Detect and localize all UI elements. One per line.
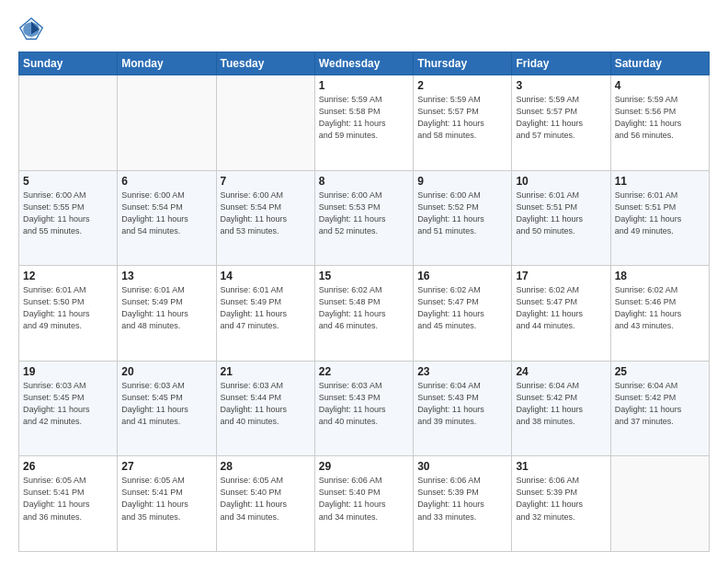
calendar-cell: 6Sunrise: 6:00 AM Sunset: 5:54 PM Daylig… — [118, 170, 216, 266]
day-number: 28 — [221, 460, 311, 473]
day-info: Sunrise: 5:59 AM Sunset: 5:57 PM Dayligh… — [417, 94, 507, 142]
calendar-cell — [19, 75, 118, 171]
day-number: 15 — [319, 270, 409, 282]
day-info: Sunrise: 6:05 AM Sunset: 5:41 PM Dayligh… — [121, 475, 211, 523]
day-number: 27 — [121, 460, 211, 473]
calendar-cell — [216, 75, 314, 171]
day-number: 19 — [23, 365, 113, 378]
day-number: 31 — [516, 460, 606, 473]
calendar-cell: 27Sunrise: 6:05 AM Sunset: 5:41 PM Dayli… — [118, 456, 216, 552]
day-number: 8 — [319, 175, 409, 188]
day-info: Sunrise: 6:03 AM Sunset: 5:45 PM Dayligh… — [23, 380, 113, 428]
calendar-cell — [610, 456, 709, 552]
day-number: 25 — [615, 365, 705, 378]
day-number: 22 — [319, 365, 409, 378]
day-number: 2 — [417, 79, 507, 92]
calendar-cell: 31Sunrise: 6:06 AM Sunset: 5:39 PM Dayli… — [512, 456, 610, 552]
calendar-cell: 18Sunrise: 6:02 AM Sunset: 5:46 PM Dayli… — [610, 266, 709, 362]
calendar-cell: 22Sunrise: 6:03 AM Sunset: 5:43 PM Dayli… — [314, 361, 413, 456]
calendar-cell: 14Sunrise: 6:01 AM Sunset: 5:49 PM Dayli… — [216, 266, 314, 362]
day-info: Sunrise: 6:04 AM Sunset: 5:43 PM Dayligh… — [417, 380, 507, 428]
day-info: Sunrise: 5:59 AM Sunset: 5:56 PM Dayligh… — [615, 94, 705, 142]
day-info: Sunrise: 6:03 AM Sunset: 5:45 PM Dayligh… — [121, 380, 211, 428]
calendar-cell: 25Sunrise: 6:04 AM Sunset: 5:42 PM Dayli… — [610, 361, 709, 456]
day-number: 29 — [319, 460, 409, 473]
calendar-cell: 19Sunrise: 6:03 AM Sunset: 5:45 PM Dayli… — [19, 361, 118, 456]
calendar-cell: 28Sunrise: 6:05 AM Sunset: 5:40 PM Dayli… — [216, 456, 314, 552]
calendar-cell: 3Sunrise: 5:59 AM Sunset: 5:57 PM Daylig… — [512, 75, 610, 171]
day-info: Sunrise: 5:59 AM Sunset: 5:58 PM Dayligh… — [319, 94, 409, 142]
weekday-header-sunday: Sunday — [19, 52, 118, 75]
weekday-header-wednesday: Wednesday — [314, 52, 413, 75]
day-number: 3 — [516, 79, 606, 92]
page: SundayMondayTuesdayWednesdayThursdayFrid… — [0, 0, 728, 563]
logo-icon — [18, 17, 44, 42]
day-info: Sunrise: 6:03 AM Sunset: 5:44 PM Dayligh… — [221, 380, 311, 428]
day-number: 20 — [121, 365, 211, 378]
day-info: Sunrise: 6:00 AM Sunset: 5:54 PM Dayligh… — [121, 190, 211, 237]
calendar-cell: 26Sunrise: 6:05 AM Sunset: 5:41 PM Dayli… — [19, 456, 118, 552]
logo — [18, 17, 50, 42]
calendar-cell: 9Sunrise: 6:00 AM Sunset: 5:52 PM Daylig… — [414, 170, 512, 266]
day-info: Sunrise: 6:01 AM Sunset: 5:50 PM Dayligh… — [23, 284, 113, 332]
calendar-cell: 8Sunrise: 6:00 AM Sunset: 5:53 PM Daylig… — [314, 170, 413, 266]
day-info: Sunrise: 6:02 AM Sunset: 5:47 PM Dayligh… — [417, 284, 507, 332]
week-row-2: 12Sunrise: 6:01 AM Sunset: 5:50 PM Dayli… — [19, 266, 710, 362]
calendar-cell: 15Sunrise: 6:02 AM Sunset: 5:48 PM Dayli… — [314, 266, 413, 362]
day-number: 26 — [23, 460, 113, 473]
weekday-header-monday: Monday — [118, 52, 216, 75]
day-info: Sunrise: 6:05 AM Sunset: 5:41 PM Dayligh… — [23, 475, 113, 523]
day-number: 5 — [23, 175, 113, 188]
day-info: Sunrise: 6:02 AM Sunset: 5:46 PM Dayligh… — [615, 284, 705, 332]
day-number: 13 — [121, 270, 211, 282]
day-info: Sunrise: 6:00 AM Sunset: 5:55 PM Dayligh… — [23, 190, 113, 237]
calendar-cell: 11Sunrise: 6:01 AM Sunset: 5:51 PM Dayli… — [610, 170, 709, 266]
day-number: 1 — [319, 79, 409, 92]
day-info: Sunrise: 6:01 AM Sunset: 5:51 PM Dayligh… — [516, 190, 606, 237]
day-info: Sunrise: 6:01 AM Sunset: 5:49 PM Dayligh… — [121, 284, 211, 332]
header — [18, 17, 710, 42]
day-info: Sunrise: 6:01 AM Sunset: 5:51 PM Dayligh… — [615, 190, 705, 237]
calendar-cell: 13Sunrise: 6:01 AM Sunset: 5:49 PM Dayli… — [118, 266, 216, 362]
day-info: Sunrise: 6:00 AM Sunset: 5:52 PM Dayligh… — [417, 190, 507, 237]
week-row-1: 5Sunrise: 6:00 AM Sunset: 5:55 PM Daylig… — [19, 170, 710, 266]
week-row-3: 19Sunrise: 6:03 AM Sunset: 5:45 PM Dayli… — [19, 361, 710, 456]
calendar-cell: 1Sunrise: 5:59 AM Sunset: 5:58 PM Daylig… — [314, 75, 413, 171]
calendar-cell: 21Sunrise: 6:03 AM Sunset: 5:44 PM Dayli… — [216, 361, 314, 456]
day-number: 18 — [615, 270, 705, 282]
calendar-cell: 10Sunrise: 6:01 AM Sunset: 5:51 PM Dayli… — [512, 170, 610, 266]
calendar-cell: 20Sunrise: 6:03 AM Sunset: 5:45 PM Dayli… — [118, 361, 216, 456]
calendar-cell — [118, 75, 216, 171]
calendar-cell: 7Sunrise: 6:00 AM Sunset: 5:54 PM Daylig… — [216, 170, 314, 266]
day-number: 30 — [417, 460, 507, 473]
calendar-cell: 30Sunrise: 6:06 AM Sunset: 5:39 PM Dayli… — [414, 456, 512, 552]
day-number: 11 — [615, 175, 705, 188]
weekday-header-friday: Friday — [512, 52, 610, 75]
day-info: Sunrise: 6:02 AM Sunset: 5:47 PM Dayligh… — [516, 284, 606, 332]
calendar-cell: 24Sunrise: 6:04 AM Sunset: 5:42 PM Dayli… — [512, 361, 610, 456]
calendar-cell: 2Sunrise: 5:59 AM Sunset: 5:57 PM Daylig… — [414, 75, 512, 171]
day-info: Sunrise: 6:06 AM Sunset: 5:39 PM Dayligh… — [417, 475, 507, 523]
day-number: 4 — [615, 79, 705, 92]
calendar-table: SundayMondayTuesdayWednesdayThursdayFrid… — [18, 52, 710, 552]
day-number: 7 — [221, 175, 311, 188]
day-info: Sunrise: 6:01 AM Sunset: 5:49 PM Dayligh… — [221, 284, 311, 332]
calendar-cell: 4Sunrise: 5:59 AM Sunset: 5:56 PM Daylig… — [610, 75, 709, 171]
calendar-cell: 17Sunrise: 6:02 AM Sunset: 5:47 PM Dayli… — [512, 266, 610, 362]
weekday-header-row: SundayMondayTuesdayWednesdayThursdayFrid… — [19, 52, 710, 75]
day-number: 24 — [516, 365, 606, 378]
day-number: 9 — [417, 175, 507, 188]
weekday-header-tuesday: Tuesday — [216, 52, 314, 75]
calendar-cell: 12Sunrise: 6:01 AM Sunset: 5:50 PM Dayli… — [19, 266, 118, 362]
day-info: Sunrise: 6:03 AM Sunset: 5:43 PM Dayligh… — [319, 380, 409, 428]
calendar-cell: 29Sunrise: 6:06 AM Sunset: 5:40 PM Dayli… — [314, 456, 413, 552]
day-info: Sunrise: 6:05 AM Sunset: 5:40 PM Dayligh… — [221, 475, 311, 523]
calendar-cell: 16Sunrise: 6:02 AM Sunset: 5:47 PM Dayli… — [414, 266, 512, 362]
weekday-header-thursday: Thursday — [414, 52, 512, 75]
day-number: 17 — [516, 270, 606, 282]
day-number: 14 — [221, 270, 311, 282]
day-info: Sunrise: 6:06 AM Sunset: 5:40 PM Dayligh… — [319, 475, 409, 523]
calendar-cell: 5Sunrise: 6:00 AM Sunset: 5:55 PM Daylig… — [19, 170, 118, 266]
week-row-4: 26Sunrise: 6:05 AM Sunset: 5:41 PM Dayli… — [19, 456, 710, 552]
day-info: Sunrise: 6:04 AM Sunset: 5:42 PM Dayligh… — [615, 380, 705, 428]
